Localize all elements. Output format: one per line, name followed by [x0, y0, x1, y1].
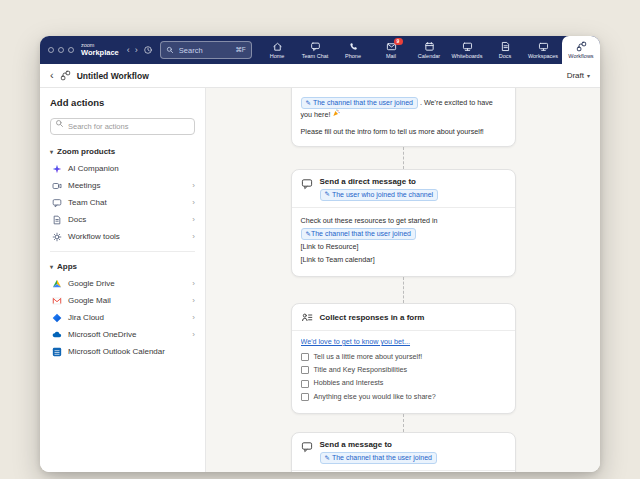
section-zoom-products[interactable]: ▾ Zoom products: [50, 143, 195, 160]
back-nav-icon[interactable]: ‹: [127, 45, 130, 55]
chevron-right-icon: ›: [192, 198, 195, 207]
text-field-icon: [301, 393, 309, 401]
team-chat-icon: [52, 198, 62, 208]
top-bar: zoom Workplace ‹ › ⌘F Home Team Chat: [40, 36, 600, 64]
nav-mail[interactable]: 9 Mail: [372, 36, 410, 64]
sidebar-item-microsoft-onedrive[interactable]: Microsoft OneDrive ›: [50, 326, 195, 343]
pencil-icon: ✎: [306, 100, 311, 107]
primary-nav: Home Team Chat Phone 9 Mail Calendar: [258, 36, 600, 64]
caret-down-icon: ▾: [50, 148, 53, 155]
ai-companion-icon: [52, 164, 62, 174]
form-question-row: Hobbies and Interests: [301, 378, 506, 389]
outlook-calendar-icon: [52, 347, 62, 357]
actions-search-input[interactable]: [50, 118, 195, 135]
sidebar-item-team-chat[interactable]: Team Chat ›: [50, 194, 195, 211]
status-badge: Draft: [567, 71, 584, 80]
form-question-row: Tell us a little more about yourself!: [301, 352, 506, 363]
workflow-card-send-direct-message[interactable]: Send a direct message to ✎The user who j…: [291, 169, 516, 277]
mail-icon: 9: [386, 41, 397, 52]
forward-nav-icon[interactable]: ›: [135, 45, 138, 55]
chevron-right-icon: ›: [192, 313, 195, 322]
sidebar-divider: [50, 251, 195, 252]
back-button[interactable]: ‹: [50, 70, 54, 81]
draft-status-dropdown[interactable]: Draft ▾: [567, 71, 590, 80]
docs-icon: [500, 41, 511, 52]
sidebar-item-workflow-tools[interactable]: Workflow tools ›: [50, 228, 195, 245]
variable-chip[interactable]: ✎The channel that the user joined: [301, 228, 416, 240]
pencil-icon: ✎: [325, 191, 330, 198]
page-title: Untitled Workflow: [77, 71, 149, 81]
window-minimize-button[interactable]: [58, 47, 64, 53]
nav-team-chat[interactable]: Team Chat: [296, 36, 334, 64]
sidebar-item-docs[interactable]: Docs ›: [50, 211, 195, 228]
card-title: Send a message to: [320, 440, 437, 449]
form-link[interactable]: We'd love to get to know you bet...: [301, 337, 506, 348]
logo-workplace-text: Workplace: [81, 49, 119, 57]
sidebar-item-google-drive[interactable]: Google Drive ›: [50, 275, 195, 292]
nav-workspaces[interactable]: Workspaces: [524, 36, 562, 64]
card-title: Send a direct message to: [320, 177, 439, 186]
chevron-right-icon: ›: [192, 279, 195, 288]
form-responses-icon: [301, 311, 313, 324]
gear-icon: [52, 232, 62, 242]
nav-whiteboards[interactable]: Whiteboards: [448, 36, 486, 64]
sidebar-item-microsoft-outlook-calendar[interactable]: Microsoft Outlook Calendar: [50, 343, 195, 360]
window-controls[interactable]: [48, 47, 74, 53]
card-title: Collect responses in a form: [320, 313, 425, 322]
workflow-glyph-icon: [60, 70, 71, 81]
workflow-connector: [403, 147, 404, 169]
workflow-canvas: ✎The channel that the user joined . We'r…: [206, 88, 600, 472]
gmail-icon: [52, 296, 62, 306]
phone-icon: [348, 41, 359, 52]
workflow-card-send-message[interactable]: Send a message to ✎The channel that the …: [291, 432, 516, 472]
party-popper-icon: [332, 110, 340, 119]
variable-chip[interactable]: ✎The channel that the user joined: [301, 97, 418, 109]
text-field-icon: [301, 353, 309, 361]
search-icon: [166, 46, 174, 54]
caret-down-icon: ▾: [50, 263, 53, 270]
link-placeholder: [Link to Resource]: [301, 242, 506, 253]
section-apps[interactable]: ▾ Apps: [50, 258, 195, 275]
nav-workflows[interactable]: Workflows: [562, 36, 600, 64]
sidebar-item-jira-cloud[interactable]: Jira Cloud ›: [50, 309, 195, 326]
sidebar-item-ai-companion[interactable]: AI Companion: [50, 160, 195, 177]
message-text: Please fill out the intro form to tell u…: [301, 127, 506, 138]
workflow-card-welcome-message[interactable]: ✎The channel that the user joined . We'r…: [291, 88, 516, 147]
chat-bubble-icon: [301, 440, 313, 464]
zoom-workplace-logo: zoom Workplace: [81, 43, 119, 57]
workflow-card-collect-responses[interactable]: Collect responses in a form We'd love to…: [291, 303, 516, 414]
sidebar-item-meetings[interactable]: Meetings ›: [50, 177, 195, 194]
home-icon: [272, 41, 283, 52]
message-text: Check out these resources to get started…: [301, 216, 506, 227]
chevron-right-icon: ›: [192, 215, 195, 224]
chevron-right-icon: ›: [192, 232, 195, 241]
window-close-button[interactable]: [48, 47, 54, 53]
mail-unread-badge: 9: [394, 38, 403, 45]
onedrive-icon: [52, 330, 62, 340]
sidebar-item-google-mail[interactable]: Google Mail ›: [50, 292, 195, 309]
actions-sidebar: Add actions ▾ Zoom products AI Companion…: [40, 88, 206, 472]
history-clock-icon[interactable]: [143, 45, 153, 55]
google-drive-icon: [52, 279, 62, 289]
sidebar-heading: Add actions: [50, 97, 195, 108]
workflow-connector: [403, 414, 404, 432]
variable-chip[interactable]: ✎The user who joined the channel: [320, 189, 439, 201]
nav-calendar[interactable]: Calendar: [410, 36, 448, 64]
variable-chip[interactable]: ✎The channel that the user joined: [320, 452, 437, 464]
pencil-icon: ✎: [325, 455, 330, 462]
nav-home[interactable]: Home: [258, 36, 296, 64]
jira-icon: [52, 313, 62, 323]
logo-zoom-text: zoom: [81, 43, 119, 49]
chevron-right-icon: ›: [192, 181, 195, 190]
meetings-camera-icon: [52, 181, 62, 191]
whiteboard-icon: [462, 41, 473, 52]
form-question-row: Anything else you would like to share?: [301, 392, 506, 403]
nav-phone[interactable]: Phone: [334, 36, 372, 64]
window-zoom-button[interactable]: [68, 47, 74, 53]
global-search[interactable]: ⌘F: [160, 41, 252, 59]
search-input[interactable]: [177, 45, 233, 56]
nav-docs[interactable]: Docs: [486, 36, 524, 64]
form-question-row: Title and Key Responsibilities: [301, 365, 506, 376]
calendar-icon: [424, 41, 435, 52]
workflows-icon: [576, 41, 587, 52]
